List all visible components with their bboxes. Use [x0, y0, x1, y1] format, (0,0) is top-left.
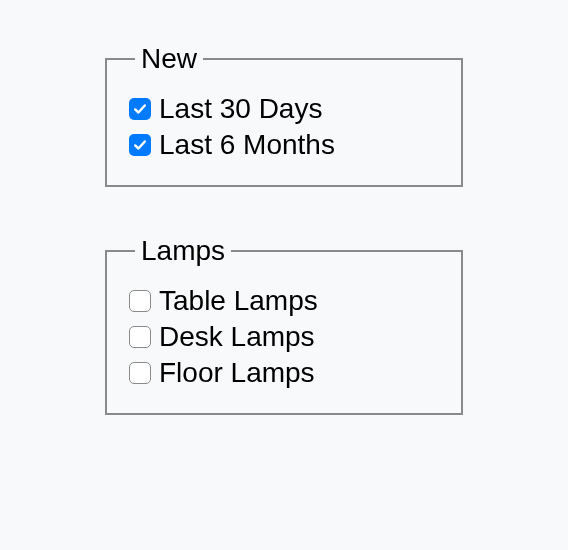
option-label: Floor Lamps [159, 355, 315, 390]
checkbox-table-lamps[interactable] [129, 290, 151, 312]
option-last-6-months[interactable]: Last 6 Months [129, 127, 439, 162]
option-label: Last 30 Days [159, 91, 322, 126]
filter-group-new-legend: New [135, 45, 203, 73]
filter-group-lamps-legend: Lamps [135, 237, 231, 265]
check-icon [133, 138, 147, 152]
option-label: Last 6 Months [159, 127, 335, 162]
checkbox-floor-lamps[interactable] [129, 362, 151, 384]
filter-group-new: New Last 30 Days Last 6 Months [105, 45, 463, 187]
option-last-30-days[interactable]: Last 30 Days [129, 91, 439, 126]
checkbox-last-30-days[interactable] [129, 98, 151, 120]
option-floor-lamps[interactable]: Floor Lamps [129, 355, 439, 390]
option-table-lamps[interactable]: Table Lamps [129, 283, 439, 318]
check-icon [133, 102, 147, 116]
checkbox-desk-lamps[interactable] [129, 326, 151, 348]
option-label: Desk Lamps [159, 319, 315, 354]
filter-group-lamps: Lamps Table Lamps Desk Lamps Floor Lamps [105, 237, 463, 415]
option-label: Table Lamps [159, 283, 318, 318]
option-desk-lamps[interactable]: Desk Lamps [129, 319, 439, 354]
checkbox-last-6-months[interactable] [129, 134, 151, 156]
